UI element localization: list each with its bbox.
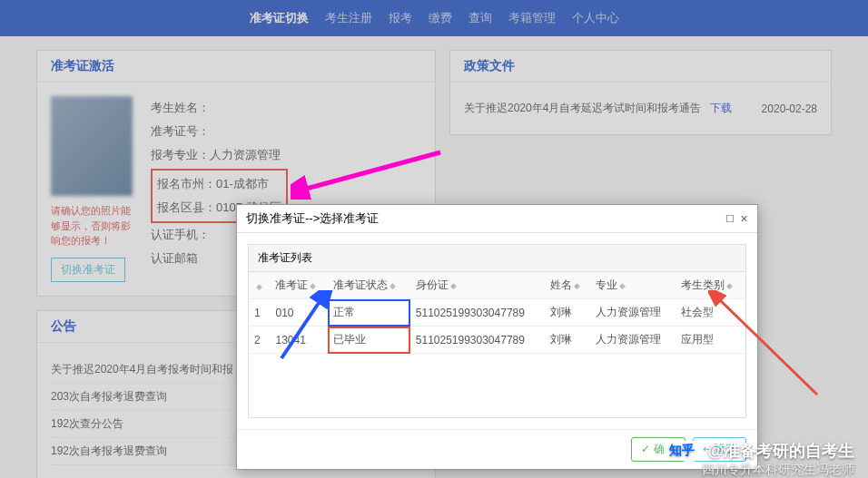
dialog-title: 切换准考证-->选择准考证 xyxy=(246,210,379,227)
zhihu-watermark: 知乎 @准备考研的自考生 xyxy=(664,440,854,462)
col-status[interactable]: 准考证状态◆ xyxy=(328,272,410,299)
svg-line-1 xyxy=(281,298,322,358)
author-watermark: 四川专升本科研究生冯老师 xyxy=(702,462,854,478)
ticket-list-title: 准考证列表 xyxy=(249,245,745,272)
red-arrow-annotation xyxy=(708,290,826,399)
svg-line-2 xyxy=(717,298,817,395)
col-name[interactable]: 姓名◆ xyxy=(545,272,590,299)
zhihu-logo-icon: 知乎 xyxy=(664,441,700,461)
col-major[interactable]: 专业◆ xyxy=(590,272,676,299)
close-icon[interactable]: ✕ xyxy=(740,213,748,225)
magenta-arrow-annotation xyxy=(291,145,445,200)
svg-line-0 xyxy=(300,152,440,190)
col-idx[interactable]: ◆ xyxy=(249,272,270,299)
col-id[interactable]: 身份证◆ xyxy=(410,272,545,299)
maximize-icon[interactable]: ☐ xyxy=(725,213,735,225)
blue-arrow-annotation xyxy=(272,290,336,363)
